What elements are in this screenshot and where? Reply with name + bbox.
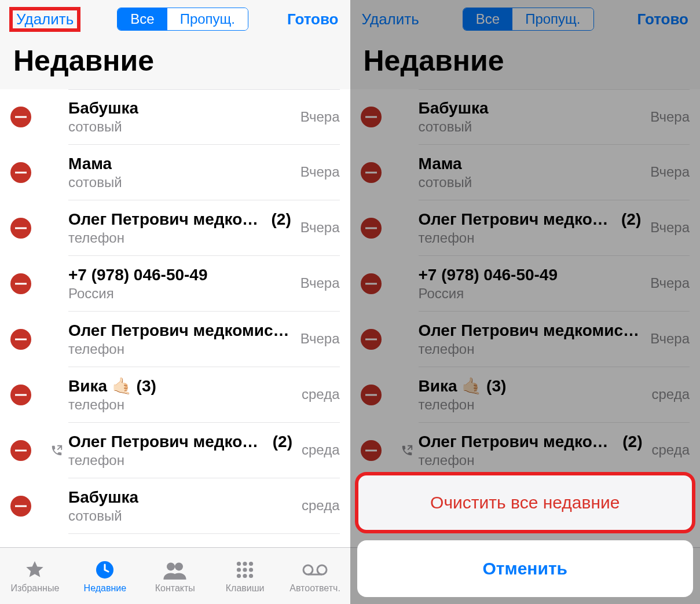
call-time: среда (651, 442, 690, 459)
delete-button[interactable]: Удалить (12, 9, 78, 30)
call-info: Бабушкасотовый (68, 89, 297, 145)
contact-name: Бабушка (419, 99, 489, 118)
call-info: Олег Петрович медком…(2)телефон (68, 423, 298, 478)
tab-label: Избранные (11, 583, 60, 594)
segment-missed[interactable]: Пропущ. (512, 8, 593, 30)
contact-name: Олег Петрович медкомисс… (68, 321, 291, 340)
delete-button[interactable]: Удалить (362, 10, 419, 28)
call-time: Вчера (650, 219, 690, 236)
call-info: Мамасотовый (419, 145, 647, 200)
tab-favorites[interactable]: Избранные (0, 548, 70, 604)
done-button[interactable]: Готово (637, 10, 688, 28)
call-row[interactable]: МамасотовыйВчера (350, 145, 701, 200)
delete-minus-icon[interactable] (10, 273, 31, 294)
call-subtitle: телефон (68, 230, 291, 246)
contact-name: Олег Петрович медком… (419, 210, 613, 229)
svg-point-5 (249, 561, 253, 565)
call-info: Олег Петрович медкомисс…телефон (68, 312, 297, 367)
delete-minus-icon[interactable] (10, 107, 31, 127)
contact-name: Олег Петрович медкомисс… (419, 321, 642, 340)
screen-recents-actionsheet: Удалить Все Пропущ. Готово Недавние Бабу… (350, 0, 701, 604)
call-row[interactable]: БабушкасотовыйВчера (350, 89, 701, 145)
call-row[interactable]: Олег Петрович медком…(2)телефонВчера (0, 200, 350, 256)
svg-point-6 (237, 568, 241, 572)
delete-minus-icon[interactable] (10, 329, 31, 350)
done-button[interactable]: Готово (287, 10, 338, 28)
svg-point-8 (249, 568, 253, 572)
call-row[interactable]: Олег Петрович медком…(2)телефонсреда (0, 423, 350, 478)
tab-label: Клавиши (226, 583, 265, 594)
svg-point-10 (243, 573, 247, 577)
call-info: Вика 🤙🏻 (3)телефон (68, 367, 298, 423)
screen-recents-edit: Удалить Все Пропущ. Готово Недавние Бабу… (0, 0, 350, 604)
call-time: Вчера (300, 109, 340, 126)
call-row[interactable]: Олег Петрович медкомисс…телефонВчера (350, 312, 701, 367)
call-time: среда (302, 442, 340, 459)
call-row[interactable]: Вика 🤙🏻 (3)телефонсреда (350, 367, 701, 423)
delete-minus-icon[interactable] (10, 385, 31, 405)
call-subtitle: сотовый (68, 174, 291, 191)
delete-minus-icon[interactable] (361, 273, 382, 294)
call-row[interactable]: Олег Петрович медкомисс…телефонВчера (0, 312, 350, 367)
delete-minus-icon[interactable] (10, 162, 31, 183)
cancel-button[interactable]: Отменить (357, 540, 694, 597)
tab-bar: Избранные Недавние Контакты (0, 547, 350, 604)
tab-keypad[interactable]: Клавиши (210, 548, 280, 604)
call-subtitle: телефон (68, 452, 292, 468)
tab-voicemail[interactable]: Автоответч. (280, 548, 350, 604)
segment-all[interactable]: Все (463, 8, 512, 30)
contacts-icon (163, 559, 187, 581)
call-row[interactable]: Олег Петрович медком…(2)телефонВчера (350, 200, 701, 256)
tab-label: Контакты (155, 583, 195, 594)
call-subtitle: телефон (419, 230, 642, 246)
call-time: Вчера (650, 331, 690, 347)
svg-point-3 (237, 561, 241, 565)
delete-minus-icon[interactable] (361, 440, 382, 461)
delete-minus-icon[interactable] (361, 218, 382, 239)
delete-minus-icon[interactable] (361, 162, 382, 183)
delete-minus-icon[interactable] (361, 107, 382, 127)
tab-recents[interactable]: Недавние (70, 548, 140, 604)
call-row[interactable]: БабушкасотовыйВчера (0, 89, 350, 145)
segment-all[interactable]: Все (118, 8, 167, 30)
call-subtitle: сотовый (68, 508, 292, 524)
call-count: (2) (273, 433, 292, 451)
call-row[interactable]: Олег Петрович медком…(2)телефонсреда (350, 423, 701, 478)
contact-name: Мама (68, 155, 112, 173)
contact-name: Мама (419, 155, 462, 173)
call-subtitle: Россия (68, 285, 291, 302)
call-subtitle: сотовый (68, 119, 291, 135)
segmented-control: Все Пропущ. (117, 8, 248, 31)
call-count: (2) (272, 210, 291, 229)
recents-list: БабушкасотовыйВчераМамасотовыйВчераОлег … (0, 89, 350, 547)
segmented-control: Все Пропущ. (463, 8, 594, 31)
delete-minus-icon[interactable] (361, 329, 382, 350)
contact-name: Вика 🤙🏻 (3) (68, 376, 156, 396)
segment-missed[interactable]: Пропущ. (167, 8, 248, 30)
call-row[interactable]: МамасотовыйВчера (0, 145, 350, 200)
call-info: Олег Петрович медком…(2)телефон (419, 423, 648, 478)
call-row[interactable]: +7 (978) 046-50-49РоссияВчера (350, 256, 701, 312)
call-row[interactable]: +7 (978) 046-50-49РоссияВчера (0, 256, 350, 312)
clear-all-recents-button[interactable]: Очистить все недавние (357, 474, 694, 531)
call-subtitle: телефон (419, 397, 643, 413)
svg-point-9 (237, 573, 241, 577)
call-time: Вчера (300, 331, 340, 347)
call-subtitle: сотовый (419, 119, 642, 135)
delete-minus-icon[interactable] (10, 218, 31, 239)
call-subtitle: телефон (68, 341, 291, 357)
header: Удалить Все Пропущ. Готово Недавние (0, 0, 350, 89)
call-row[interactable]: Вика 🤙🏻 (3)телефонсреда (0, 367, 350, 423)
delete-minus-icon[interactable] (361, 385, 382, 405)
tab-contacts[interactable]: Контакты (140, 548, 210, 604)
call-info: Олег Петрович медком…(2)телефон (419, 200, 647, 256)
call-row[interactable]: Бабушкасотовыйсреда (0, 478, 350, 534)
call-subtitle: Россия (419, 285, 642, 302)
delete-minus-icon[interactable] (10, 496, 31, 517)
delete-minus-icon[interactable] (10, 440, 31, 461)
star-icon (24, 559, 45, 581)
call-time: Вчера (300, 219, 340, 236)
page-title: Недавние (362, 34, 689, 89)
contact-name: Бабушка (68, 488, 138, 507)
call-info: Бабушкасотовый (68, 478, 298, 534)
